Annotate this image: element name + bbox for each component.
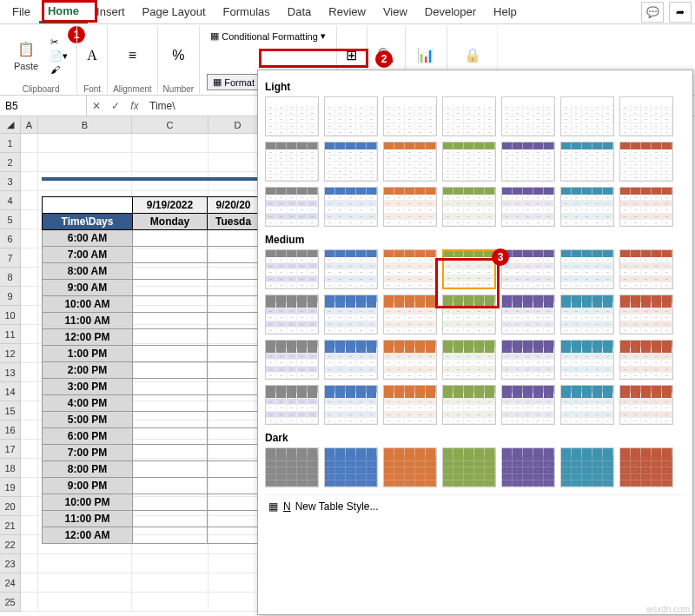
- table-style-thumb[interactable]: [442, 385, 496, 425]
- slot-cell[interactable]: [208, 461, 260, 478]
- conditional-formatting-button[interactable]: ▦ Conditional Formatting ▾: [207, 30, 329, 43]
- cell[interactable]: [21, 306, 38, 325]
- time-cell[interactable]: 7:00 PM: [43, 445, 133, 461]
- slot-cell[interactable]: [208, 494, 260, 511]
- table-style-thumb[interactable]: [442, 447, 496, 487]
- cell[interactable]: [21, 593, 38, 612]
- fx-icon[interactable]: fx: [125, 100, 144, 112]
- table-style-thumb[interactable]: [324, 447, 378, 487]
- day-header[interactable]: Monday: [133, 214, 208, 230]
- row-header[interactable]: 20: [0, 497, 21, 516]
- cell[interactable]: [21, 268, 38, 287]
- row-header[interactable]: 5: [0, 210, 21, 229]
- cell[interactable]: [21, 459, 38, 478]
- cell[interactable]: [21, 573, 38, 593]
- cell[interactable]: [21, 344, 38, 363]
- table-style-thumb[interactable]: [265, 295, 319, 334]
- table-style-thumb[interactable]: [619, 142, 673, 182]
- row-header[interactable]: 10: [0, 306, 21, 325]
- schedule-table[interactable]: 9/19/2022 9/20/20 Time\Days Monday Tuesd…: [42, 196, 260, 544]
- slot-cell[interactable]: [133, 478, 208, 494]
- row-header[interactable]: 11: [0, 325, 21, 344]
- slot-cell[interactable]: [133, 280, 208, 296]
- table-style-thumb[interactable]: [324, 340, 378, 380]
- slot-cell[interactable]: [133, 395, 208, 412]
- slot-cell[interactable]: [208, 230, 260, 247]
- time-cell[interactable]: 10:00 PM: [43, 494, 133, 511]
- table-style-thumb[interactable]: [619, 447, 673, 487]
- comments-icon[interactable]: 💬: [641, 2, 664, 23]
- row-header[interactable]: 13: [0, 363, 21, 382]
- table-style-thumb[interactable]: [560, 96, 614, 136]
- table-style-thumb[interactable]: [265, 96, 319, 136]
- table-style-thumb[interactable]: [442, 96, 496, 136]
- row-header[interactable]: 8: [0, 268, 21, 287]
- table-style-thumb[interactable]: [383, 187, 437, 227]
- cell[interactable]: [21, 478, 38, 497]
- slot-cell[interactable]: [133, 494, 208, 511]
- slot-cell[interactable]: [208, 247, 260, 263]
- slot-cell[interactable]: [208, 428, 260, 445]
- col-C[interactable]: C: [132, 116, 208, 134]
- table-style-thumb[interactable]: [265, 249, 319, 289]
- slot-cell[interactable]: [208, 445, 260, 461]
- alignment-icon[interactable]: ≡: [122, 46, 142, 65]
- cell[interactable]: [21, 134, 38, 153]
- cell[interactable]: [38, 573, 132, 593]
- time-cell[interactable]: 1:00 PM: [43, 346, 133, 362]
- cell[interactable]: [132, 153, 208, 172]
- day-header[interactable]: Tuesda: [208, 214, 260, 230]
- table-style-thumb[interactable]: [324, 295, 378, 334]
- analyze-icon[interactable]: 📊: [416, 46, 435, 65]
- slot-cell[interactable]: [133, 511, 208, 527]
- table-style-thumb[interactable]: [501, 249, 555, 289]
- table-style-thumb[interactable]: [324, 187, 378, 227]
- time-cell[interactable]: 4:00 PM: [43, 395, 133, 412]
- table-style-thumb[interactable]: [265, 142, 319, 182]
- table-style-thumb[interactable]: [383, 96, 437, 136]
- time-cell[interactable]: 12:00 PM: [43, 329, 133, 346]
- slot-cell[interactable]: [208, 395, 260, 412]
- row-header[interactable]: 7: [0, 248, 21, 268]
- row-header[interactable]: 22: [0, 535, 21, 554]
- cell[interactable]: [132, 593, 208, 612]
- new-table-style-button[interactable]: ▦ NNew Table Style...: [265, 494, 685, 518]
- table-style-thumb[interactable]: [560, 295, 614, 334]
- table-style-thumb[interactable]: [501, 340, 555, 380]
- time-cell[interactable]: 3:00 PM: [43, 379, 133, 395]
- row-header[interactable]: 2: [0, 153, 21, 172]
- slot-cell[interactable]: [208, 280, 260, 296]
- slot-cell[interactable]: [133, 379, 208, 395]
- slot-cell[interactable]: [133, 362, 208, 379]
- tab-data[interactable]: Data: [279, 2, 320, 22]
- table-style-thumb[interactable]: [501, 447, 555, 487]
- table-style-thumb[interactable]: [383, 142, 437, 182]
- date-cell[interactable]: 9/19/2022: [133, 197, 208, 214]
- tab-view[interactable]: View: [374, 2, 416, 22]
- cell[interactable]: [21, 248, 38, 268]
- table-style-thumb[interactable]: [324, 249, 378, 289]
- slot-cell[interactable]: [133, 263, 208, 280]
- cell[interactable]: [21, 554, 38, 573]
- tab-file[interactable]: File: [3, 2, 39, 22]
- row-header[interactable]: 15: [0, 401, 21, 421]
- time-cell[interactable]: 8:00 PM: [43, 461, 133, 478]
- cell[interactable]: [21, 535, 38, 554]
- slot-cell[interactable]: [133, 247, 208, 263]
- row-header[interactable]: 12: [0, 344, 21, 363]
- table-style-thumb[interactable]: [265, 340, 319, 380]
- cell[interactable]: [132, 573, 208, 593]
- slot-cell[interactable]: [208, 362, 260, 379]
- row-header[interactable]: 17: [0, 440, 21, 459]
- row-header[interactable]: 14: [0, 382, 21, 401]
- tab-help[interactable]: Help: [485, 2, 526, 22]
- cell[interactable]: [38, 153, 132, 172]
- table-style-thumb[interactable]: [619, 96, 673, 136]
- col-B[interactable]: B: [38, 116, 132, 134]
- row-header[interactable]: 6: [0, 229, 21, 248]
- table-style-thumb[interactable]: [265, 447, 319, 487]
- slot-cell[interactable]: [208, 329, 260, 346]
- table-style-thumb[interactable]: [619, 385, 673, 425]
- table-style-thumb[interactable]: [560, 385, 614, 425]
- cell[interactable]: [21, 401, 38, 421]
